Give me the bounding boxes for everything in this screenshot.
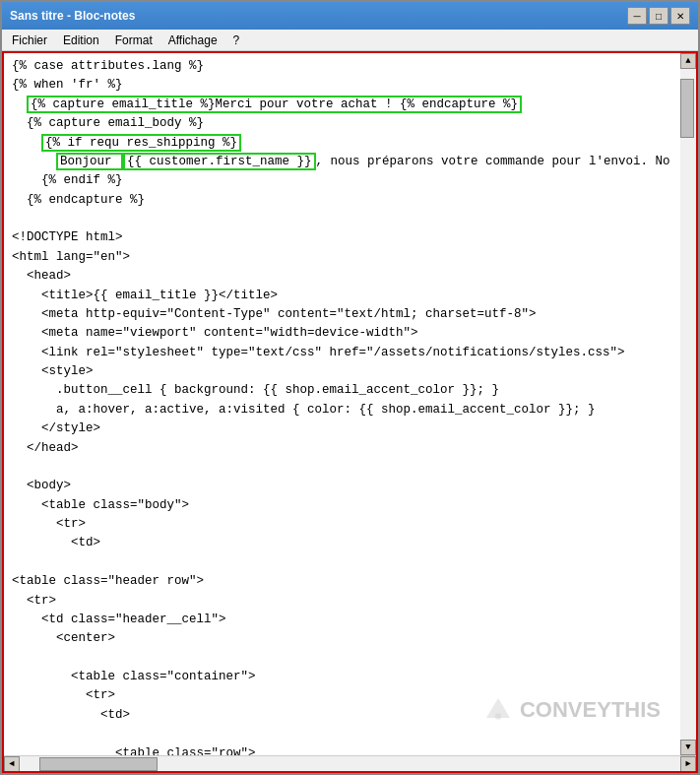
menu-edition[interactable]: Edition <box>55 32 107 49</box>
line-td2: <td> <box>12 708 130 722</box>
window-controls: ─ □ ✕ <box>627 7 690 25</box>
title-bar: Sans titre - Bloc-notes ─ □ ✕ <box>2 2 698 30</box>
line-table-header: <table class="header row"> <box>12 574 204 588</box>
line-2: {% when 'fr' %} <box>12 78 123 92</box>
line-8: {% endcapture %} <box>12 193 145 207</box>
editor-content[interactable]: {% case attributes.lang %} {% when 'fr' … <box>4 53 680 755</box>
horizontal-scrollbar[interactable]: ◄ ► <box>4 755 696 771</box>
menu-bar: Fichier Edition Format Affichage ? <box>2 30 698 51</box>
maximize-button[interactable]: □ <box>649 7 668 25</box>
menu-affichage[interactable]: Affichage <box>160 32 225 49</box>
scroll-up-button[interactable]: ▲ <box>680 53 696 69</box>
line-meta-ct: <meta http-equiv="Content-Type" content=… <box>12 307 537 321</box>
line-center: <center> <box>12 631 115 645</box>
line-style-1: .button__cell { background: {{ shop.emai… <box>12 383 499 397</box>
line-style-2: a, a:hover, a:active, a:visited { color:… <box>12 403 596 417</box>
line-4: {% capture email_body %} <box>12 116 204 130</box>
line-7: {% endif %} <box>12 173 123 187</box>
line-blank-3 <box>12 555 20 569</box>
editor-scroll[interactable]: {% case attributes.lang %} {% when 'fr' … <box>4 53 680 755</box>
line-1: {% case attributes.lang %} <box>12 59 204 73</box>
highlight-firstname: {{ customer.first_name }} <box>123 153 316 170</box>
highlight-bonjour: Bonjour <box>56 153 123 170</box>
line-blank-4 <box>12 651 20 665</box>
menu-fichier[interactable]: Fichier <box>4 32 55 49</box>
line-table-container: <table class="container"> <box>12 670 256 683</box>
line-5: {% if requ res_shipping %} <box>12 134 241 152</box>
scroll-left-button[interactable]: ◄ <box>4 756 20 772</box>
menu-help[interactable]: ? <box>225 32 248 49</box>
highlight-requires: {% if requ res_shipping %} <box>41 134 241 152</box>
line-3: {% capture email_title %}Merci pour votr… <box>12 96 522 113</box>
line-table-row: <table class="row"> <box>12 746 256 756</box>
notepad-window: Sans titre - Bloc-notes ─ □ ✕ Fichier Ed… <box>0 0 700 775</box>
scroll-thumb-vertical[interactable] <box>680 79 694 138</box>
line-style-close: </style> <box>12 421 100 435</box>
minimize-button[interactable]: ─ <box>627 7 647 25</box>
line-title: <title>{{ email_title }}</title> <box>12 289 278 302</box>
highlight-email-title: {% capture email_title %}Merci pour votr… <box>27 96 522 113</box>
line-td-header: <td class="header__cell"> <box>12 613 226 626</box>
line-tr3: <tr> <box>12 688 115 702</box>
line-blank-1 <box>12 212 20 226</box>
line-blank-2 <box>12 460 20 474</box>
line-table-body: <table class="body"> <box>12 498 189 512</box>
line-meta-vp: <meta name="viewport" content="width=dev… <box>12 326 418 340</box>
line-html: <html lang="en"> <box>12 250 130 264</box>
line-td1: <td> <box>12 536 100 549</box>
menu-format[interactable]: Format <box>107 32 160 49</box>
line-doctype: <!DOCTYPE html> <box>12 230 123 244</box>
scroll-track-horizontal[interactable] <box>20 757 680 771</box>
editor-container: {% case attributes.lang %} {% when 'fr' … <box>2 51 698 773</box>
line-tr1: <tr> <box>12 517 86 531</box>
line-6: Bonjour {{ customer.first_name }}, nous … <box>12 153 670 170</box>
scroll-down-button[interactable]: ▼ <box>680 740 696 755</box>
editor-main: {% case attributes.lang %} {% when 'fr' … <box>4 53 696 755</box>
line-link: <link rel="stylesheet" type="text/css" h… <box>12 346 625 359</box>
vertical-scrollbar[interactable]: ▲ ▼ <box>680 53 696 755</box>
scroll-track-vertical[interactable] <box>680 69 696 740</box>
close-button[interactable]: ✕ <box>670 7 690 25</box>
scroll-right-button[interactable]: ► <box>680 756 696 772</box>
line-head-close: </head> <box>12 441 79 455</box>
line-head-open: <head> <box>12 269 71 283</box>
window-title: Sans titre - Bloc-notes <box>10 9 135 23</box>
line-tr2: <tr> <box>12 594 56 608</box>
line-body-open: <body> <box>12 479 71 492</box>
line-style-open: <style> <box>12 364 94 378</box>
line-blank-5 <box>12 727 20 741</box>
scroll-thumb-horizontal[interactable] <box>39 757 158 771</box>
